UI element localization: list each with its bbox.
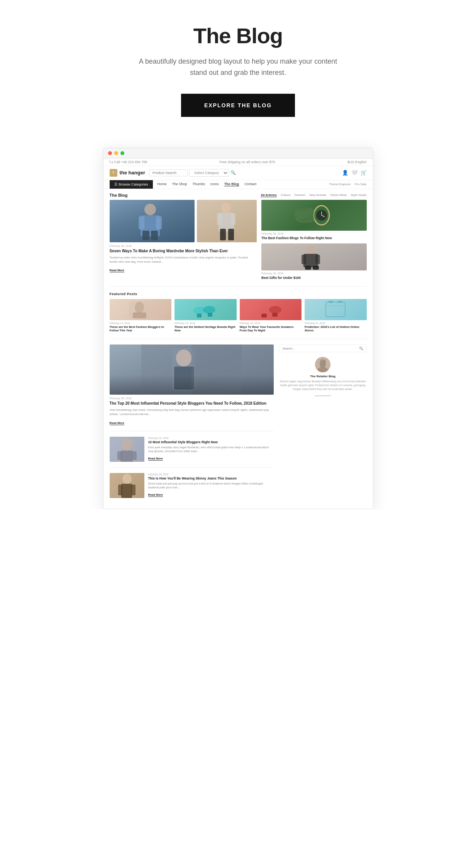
small-post-1-content: February 28, 2018 10 Most Influential St… <box>148 437 274 461</box>
browser-bar <box>103 148 373 159</box>
filter-fashion[interactable]: Fashion <box>295 193 305 197</box>
filter-culture[interactable]: Culture <box>281 193 291 197</box>
fp-title-1: These are the Best Fashion Bloggers to F… <box>110 325 172 333</box>
fp-image-2 <box>174 299 237 320</box>
nav-contact[interactable]: Contact <box>244 182 256 186</box>
nav-blog[interactable]: The Blog <box>224 182 239 186</box>
sp1-excerpt: Echo park everyday carry vegan flexitari… <box>148 446 274 453</box>
fp-image-1 <box>110 299 172 320</box>
svg-rect-19 <box>302 255 306 264</box>
side-post-1-date: February 26, 2018 <box>261 232 367 235</box>
svg-point-31 <box>269 306 281 314</box>
svg-rect-33 <box>272 313 278 317</box>
divider-1 <box>110 286 367 287</box>
nav-theme-explorer[interactable]: Theme Explorer <box>329 182 351 186</box>
featured-post-2: February 24, 2018 These are the Hottest … <box>174 299 237 333</box>
sp1-date: February 28, 2018 <box>148 437 274 439</box>
sp2-excerpt: Direct trade pok pok pop-up trust fund p… <box>148 482 274 490</box>
nav-icons[interactable]: Icons <box>210 182 219 186</box>
side-post-2-image <box>261 243 367 270</box>
explore-blog-button[interactable]: EXPLORE THE BLOG <box>181 94 295 117</box>
svg-point-30 <box>259 307 271 314</box>
main-post-read-more[interactable]: Read More <box>110 269 124 272</box>
main-post-title: Seven Ways To Make A Boring Wardrobe Mor… <box>110 248 257 254</box>
main-post-excerpt: Taxidermy woke retro humblebrag keffiyeh… <box>110 255 257 264</box>
site-logo[interactable]: T the hanger <box>110 169 145 177</box>
large-post-excerpt: Viral humblebrag man braid, microdosing … <box>110 408 274 417</box>
divider-4 <box>110 467 274 468</box>
filter-street-wear[interactable]: Street Wear <box>330 193 347 197</box>
main-post-date: February 26, 2018 <box>110 245 257 247</box>
svg-point-27 <box>203 306 215 314</box>
sidebar-search-input[interactable] <box>283 347 357 350</box>
large-post-read-more[interactable]: Read More <box>110 421 124 425</box>
filter-new-arrivals[interactable]: New Arrivals <box>309 193 326 197</box>
close-dot <box>108 151 112 155</box>
side-post-2: February 26, 2018 Best Gifts for Under $… <box>261 243 367 280</box>
blog-header: The Blog All Articles Culture Fashion Ne… <box>103 189 373 200</box>
svg-rect-28 <box>197 314 202 317</box>
large-post-date: February 28, 2018 <box>110 397 274 400</box>
nav-thumbs[interactable]: Thumbs <box>193 182 205 186</box>
side-post-1-image <box>261 200 367 231</box>
nav-shop[interactable]: The Shop <box>172 182 187 186</box>
filter-all[interactable]: All Articles <box>261 193 277 197</box>
svg-rect-17 <box>306 245 315 254</box>
small-post-2-content: February 28, 2018 This Is How You'll Be … <box>148 473 274 498</box>
category-select[interactable]: Select Category <box>189 169 229 177</box>
nav-home[interactable]: Home <box>158 182 167 186</box>
svg-rect-36 <box>338 301 342 303</box>
side-post-1-title: The Best Fashion Blogs To Follow Right N… <box>261 236 367 240</box>
wishlist-icon[interactable]: 🤍 <box>351 170 357 176</box>
svg-point-49 <box>122 474 132 484</box>
header-icons: 👤 🤍 🛒 <box>342 170 367 176</box>
fp-date-2: February 24, 2018 <box>174 322 237 324</box>
small-post-2-image <box>110 473 144 498</box>
svg-rect-45 <box>120 451 133 462</box>
featured-post-1: February 14, 2018 These are the Best Fas… <box>110 299 172 333</box>
search-icon[interactable]: 🔍 <box>230 170 236 175</box>
sidebar-search-icon[interactable]: 🔍 <box>359 346 363 350</box>
blog-content: February 26, 2018 Seven Ways To Make A B… <box>103 200 373 509</box>
author-signature: ~~~~~~~ <box>279 393 367 398</box>
author-avatar <box>315 357 330 372</box>
divider-3 <box>110 431 274 431</box>
logo-icon: T <box>110 169 117 177</box>
svg-rect-6 <box>221 203 231 213</box>
svg-rect-52 <box>131 485 136 495</box>
nav-pro-sale[interactable]: Pro Sale <box>355 182 367 186</box>
main-featured-post: February 26, 2018 Seven Ways To Make A B… <box>110 200 257 280</box>
svg-rect-32 <box>261 314 267 317</box>
minimize-dot <box>114 151 118 155</box>
svg-point-24 <box>135 302 144 313</box>
svg-rect-20 <box>315 255 320 264</box>
topbar-right: $US English <box>347 160 367 164</box>
site-header: T the hanger Select Category 🔍 👤 🤍 🛒 <box>103 166 373 180</box>
user-icon[interactable]: 👤 <box>342 170 348 176</box>
svg-rect-22 <box>313 266 319 270</box>
svg-rect-0 <box>144 204 156 215</box>
sidebar-section: February 28, 2018 The Top 20 Most Influe… <box>110 344 367 503</box>
sp2-read-more[interactable]: Read More <box>148 493 163 497</box>
nav-links: Home The Shop Thumbs Icons The Blog Cont… <box>158 182 257 186</box>
sp2-title: This Is How You'll Be Wearing Skinny Jea… <box>148 476 274 481</box>
sp1-read-more[interactable]: Read More <box>148 457 163 461</box>
filter-style-guide[interactable]: Style Guide <box>351 193 366 197</box>
svg-rect-42 <box>191 344 242 395</box>
side-post-1: February 26, 2018 The Best Fashion Blogs… <box>261 200 367 240</box>
topbar-left: f y Call +40 223 456 789 <box>110 160 147 164</box>
small-post-1: February 28, 2018 10 Most Influential St… <box>110 437 274 462</box>
fp-image-4 <box>305 299 367 320</box>
page-title: The Blog <box>8 23 468 48</box>
fp-title-4: Prediction: 2018's List of Hottest Onlin… <box>305 325 367 333</box>
main-post-images <box>110 200 257 242</box>
browse-categories-button[interactable]: ☰ Browse Categories <box>110 180 153 189</box>
search-input[interactable] <box>149 169 188 176</box>
svg-rect-35 <box>329 301 333 303</box>
large-post-title: The Top 20 Most Influential Personal Sty… <box>110 401 274 406</box>
logo-text: the hanger <box>120 170 145 176</box>
svg-rect-51 <box>118 485 122 495</box>
svg-rect-11 <box>228 229 234 240</box>
small-post-2: February 28, 2018 This Is How You'll Be … <box>110 473 274 498</box>
cart-icon[interactable]: 🛒 <box>361 170 367 176</box>
